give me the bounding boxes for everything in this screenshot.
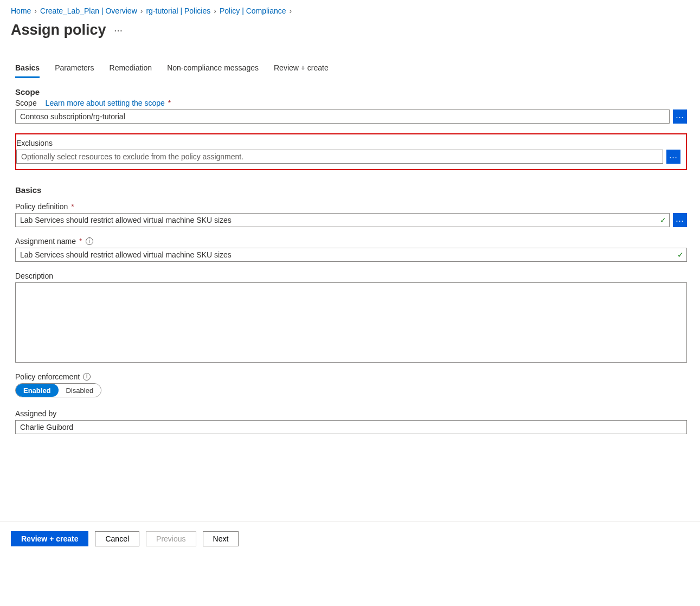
cancel-button[interactable]: Cancel (95, 531, 139, 546)
scope-picker-button[interactable]: … (673, 109, 687, 124)
tab-basics[interactable]: Basics (15, 60, 40, 78)
basics-heading: Basics (15, 185, 687, 195)
breadcrumb-item-lab-plan[interactable]: Create_Lab_Plan | Overview (40, 7, 137, 15)
enforcement-enabled-button[interactable]: Enabled (16, 384, 59, 397)
assigned-by-input[interactable] (15, 420, 687, 434)
enforcement-disabled-button[interactable]: Disabled (59, 384, 101, 397)
more-actions-icon[interactable]: ⋯ (114, 22, 124, 36)
required-icon: * (168, 99, 171, 107)
tab-parameters[interactable]: Parameters (55, 60, 94, 78)
next-button[interactable]: Next (203, 531, 239, 546)
info-icon[interactable]: i (86, 237, 93, 245)
assignment-name-input[interactable] (15, 248, 687, 262)
scope-input[interactable] (15, 109, 670, 124)
previous-button[interactable]: Previous (146, 531, 196, 546)
tab-remediation[interactable]: Remediation (110, 60, 152, 78)
description-label: Description (15, 272, 53, 280)
chevron-icon: › (34, 7, 37, 15)
breadcrumb-item-rg-policies[interactable]: rg-tutorial | Policies (146, 7, 210, 15)
tab-noncompliance[interactable]: Non-compliance messages (167, 60, 259, 78)
policy-definition-label: Policy definition (15, 202, 68, 211)
page-title: Assign policy (11, 22, 106, 38)
wizard-footer: Review + create Cancel Previous Next (0, 521, 700, 606)
chevron-icon: › (140, 7, 143, 15)
scope-label: Scope (15, 99, 37, 107)
assignment-name-label: Assignment name (15, 237, 76, 246)
required-icon: * (79, 237, 82, 246)
exclusions-label: Exclusions (16, 139, 53, 147)
tab-review[interactable]: Review + create (274, 60, 329, 78)
breadcrumb-item-compliance[interactable]: Policy | Compliance (220, 7, 286, 15)
exclusions-input[interactable] (16, 150, 663, 164)
assigned-by-label: Assigned by (15, 409, 56, 418)
tab-strip: Basics Parameters Remediation Non-compli… (15, 60, 687, 78)
chevron-icon: › (290, 7, 292, 15)
policy-definition-input[interactable] (15, 213, 670, 227)
chevron-icon: › (214, 7, 216, 15)
policy-definition-picker-button[interactable]: … (673, 213, 687, 227)
scope-learn-more-link[interactable]: Learn more about setting the scope (46, 99, 165, 107)
info-icon[interactable]: i (83, 373, 91, 381)
enforcement-label: Policy enforcement (15, 372, 80, 381)
breadcrumb-item-home[interactable]: Home (11, 7, 31, 15)
exclusions-picker-button[interactable]: … (666, 150, 680, 164)
enforcement-toggle: Enabled Disabled (15, 383, 101, 397)
breadcrumb: Home › Create_Lab_Plan | Overview › rg-t… (11, 7, 687, 15)
review-create-button[interactable]: Review + create (11, 531, 88, 546)
exclusions-highlight: Exclusions … (15, 133, 687, 170)
description-input[interactable] (15, 282, 687, 363)
scope-heading: Scope (15, 87, 687, 96)
required-icon: * (71, 202, 74, 211)
